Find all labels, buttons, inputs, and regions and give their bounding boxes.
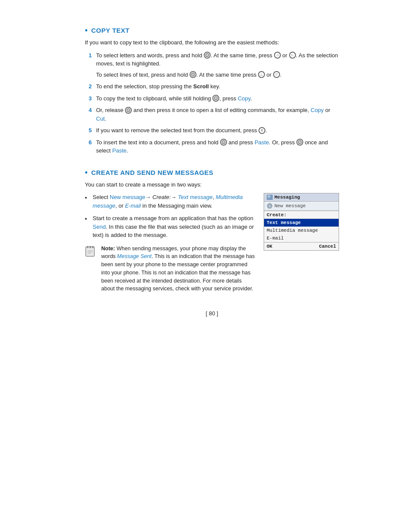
section-bullet-2: • bbox=[85, 168, 88, 177]
svg-rect-21 bbox=[268, 197, 271, 197]
scroll-icon-1a bbox=[204, 52, 211, 59]
note-icon bbox=[85, 246, 97, 258]
step-1-text: To select letters and words, press and h… bbox=[96, 51, 339, 79]
step-5: 5 If you want to remove the selected tex… bbox=[85, 126, 339, 135]
scroll-icon-1b bbox=[190, 71, 196, 78]
create-messages-section: • CREATE AND SEND NEW MESSAGES You can s… bbox=[85, 168, 339, 293]
phone-screen-mockup: Messaging ✎ New message Create: Text mes… bbox=[264, 193, 339, 251]
nav-right-icon: ▷ bbox=[289, 52, 296, 59]
phone-item-2: Multimedia message bbox=[264, 227, 339, 234]
message-sent-link: Message Sent bbox=[117, 253, 152, 259]
paste-link-6b: Paste bbox=[112, 147, 127, 154]
phone-item-3: E-mail bbox=[264, 234, 339, 242]
create-bullet-2: • Start to create a message from an appl… bbox=[85, 214, 255, 240]
step-5-text: If you want to remove the selected text … bbox=[96, 126, 339, 135]
step-6-text: To insert the text into a document, pres… bbox=[96, 138, 339, 155]
svg-rect-19 bbox=[267, 195, 273, 200]
svg-rect-20 bbox=[268, 196, 270, 196]
scroll-icon-4 bbox=[125, 107, 132, 114]
create-bullets: • Select New message→ Create:→ Text mess… bbox=[85, 193, 255, 240]
scroll-icon-3 bbox=[212, 95, 219, 102]
step-1-subpara: To select lines of text, press and hold … bbox=[96, 71, 339, 79]
step-num-1: 1 bbox=[85, 51, 92, 60]
phone-item-1: Text message bbox=[264, 219, 339, 227]
paste-link-6a: Paste bbox=[255, 139, 269, 146]
nav-up-icon: △ bbox=[258, 71, 265, 78]
copy-text-title: COPY TEXT bbox=[91, 27, 130, 34]
section-bullet: • bbox=[85, 26, 88, 35]
step-4-text: Or, release and then press it once to op… bbox=[96, 106, 339, 123]
page-number: [ 80 ] bbox=[85, 310, 339, 317]
phone-title-text: Messaging bbox=[274, 195, 300, 200]
svg-point-9 bbox=[223, 142, 224, 143]
create-messages-intro: You can start to create a message in two… bbox=[85, 180, 339, 189]
send-link: Send bbox=[93, 224, 106, 230]
phone-menu-text: New message bbox=[274, 203, 306, 208]
create-left-col: • Select New message→ Create:→ Text mess… bbox=[85, 193, 255, 293]
scroll-icon-6a bbox=[220, 139, 227, 146]
copy-link-4: Copy bbox=[311, 107, 324, 113]
scroll-icon-6b bbox=[296, 139, 303, 146]
page: • COPY TEXT If you want to copy text to … bbox=[0, 0, 411, 532]
content-area: • COPY TEXT If you want to copy text to … bbox=[72, 26, 339, 317]
svg-point-5 bbox=[215, 98, 216, 99]
phone-menu-row: ✎ New message bbox=[264, 202, 339, 211]
svg-rect-14 bbox=[90, 246, 91, 248]
copy-text-intro: If you want to copy text to the clipboar… bbox=[85, 38, 339, 47]
svg-rect-13 bbox=[87, 246, 88, 248]
step-1: 1 To select letters and words, press and… bbox=[85, 51, 339, 79]
svg-rect-15 bbox=[92, 246, 93, 248]
create-italic: Create: bbox=[153, 194, 171, 200]
scroll-word: Scroll bbox=[193, 83, 209, 90]
bullet-sym-2: • bbox=[85, 214, 89, 240]
note-text: Note: When sending messages, your phone … bbox=[101, 245, 255, 293]
email-link: E-mail bbox=[125, 202, 141, 209]
svg-point-11 bbox=[299, 142, 300, 143]
cut-link-4: Cut bbox=[96, 115, 105, 122]
c-key-icon: c bbox=[258, 127, 265, 134]
step-num-3: 3 bbox=[85, 94, 92, 103]
phone-section-label: Create: bbox=[264, 211, 339, 219]
step-3-text: To copy the text to clipboard, while sti… bbox=[96, 94, 339, 103]
step-num-5: 5 bbox=[85, 126, 92, 135]
svg-rect-12 bbox=[86, 247, 94, 256]
page-number-text: [ 80 ] bbox=[206, 310, 218, 317]
bullet-sym-1: • bbox=[85, 193, 89, 210]
step-2: 2 To end the selection, stop pressing th… bbox=[85, 82, 339, 91]
copy-link-3: Copy bbox=[238, 95, 250, 102]
copy-text-steps: 1 To select letters and words, press and… bbox=[85, 51, 339, 155]
copy-text-section: • COPY TEXT If you want to copy text to … bbox=[85, 26, 339, 155]
step-6: 6 To insert the text into a document, pr… bbox=[85, 138, 339, 155]
svg-point-7 bbox=[128, 110, 129, 111]
create-messages-heading: • CREATE AND SEND NEW MESSAGES bbox=[85, 168, 339, 177]
phone-footer: OK Cancel bbox=[264, 242, 339, 250]
svg-point-3 bbox=[193, 74, 193, 75]
step-num-4: 4 bbox=[85, 106, 92, 115]
step-4: 4 Or, release and then press it once to … bbox=[85, 106, 339, 123]
step-num-6: 6 bbox=[85, 138, 92, 147]
note-bold-label: Note: bbox=[101, 246, 115, 252]
svg-point-1 bbox=[207, 55, 208, 56]
create-bullet-1: • Select New message→ Create:→ Text mess… bbox=[85, 193, 255, 210]
phone-title-bar: Messaging bbox=[264, 193, 339, 202]
step-num-2: 2 bbox=[85, 82, 92, 91]
nav-left-icon: ◁ bbox=[274, 52, 281, 59]
create-messages-title: CREATE AND SEND NEW MESSAGES bbox=[91, 169, 213, 176]
new-message-link: New message bbox=[110, 194, 145, 200]
create-bullet-2-text: Start to create a message from an applic… bbox=[93, 214, 255, 240]
copy-text-heading: • COPY TEXT bbox=[85, 26, 339, 35]
phone-screen: Messaging ✎ New message Create: Text mes… bbox=[264, 193, 339, 251]
create-bullet-1-text: Select New message→ Create:→ Text messag… bbox=[93, 193, 255, 210]
step-3: 3 To copy the text to clipboard, while s… bbox=[85, 94, 339, 103]
create-body: • Select New message→ Create:→ Text mess… bbox=[85, 193, 339, 293]
nav-down-icon: ▽ bbox=[273, 71, 280, 78]
phone-footer-ok: OK bbox=[267, 244, 272, 249]
svg-text:✎: ✎ bbox=[268, 205, 271, 208]
svg-rect-22 bbox=[268, 198, 270, 198]
note-row: Note: When sending messages, your phone … bbox=[85, 245, 255, 293]
text-message-link: Text message bbox=[178, 194, 212, 200]
step-2-text: To end the selection, stop pressing the … bbox=[96, 82, 339, 91]
phone-footer-cancel: Cancel bbox=[319, 244, 336, 249]
